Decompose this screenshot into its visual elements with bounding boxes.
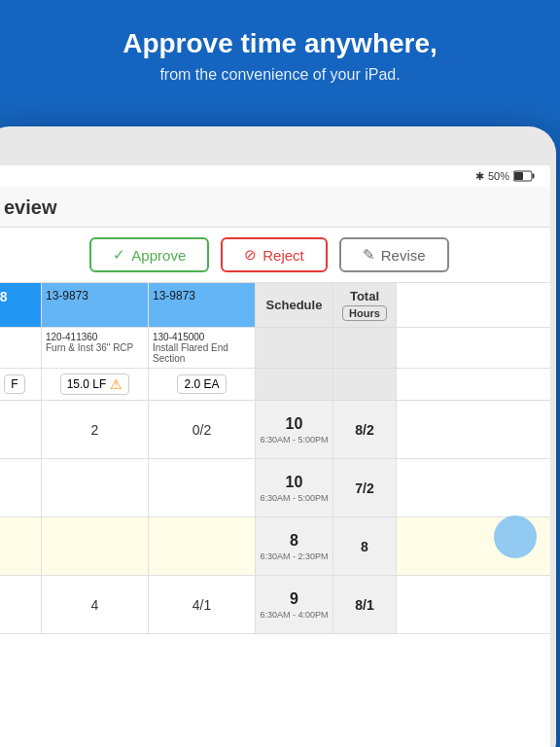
row4-schedule-num: 9: [290, 590, 298, 608]
row1-col2: 2: [42, 401, 149, 458]
revise-label: Revise: [381, 247, 426, 264]
row4-schedule: 9 6:30AM - 4:00PM: [256, 576, 333, 633]
row4-schedule-time: 6:30AM - 4:00PM: [260, 610, 328, 620]
col3-code: 130-415000: [153, 332, 251, 342]
sub-header-schedule: [256, 328, 333, 368]
qty-cell-total: [333, 369, 397, 400]
revise-icon: ✎: [363, 246, 375, 264]
qty-cell-3: 2.0 EA: [149, 369, 256, 400]
fab-button[interactable]: [494, 516, 537, 558]
action-buttons-row: ✓ Approve ⊘ Reject ✎ Revise: [0, 228, 550, 283]
col-header-total: Total Hours: [333, 283, 397, 327]
row4-col2: 4: [42, 576, 149, 633]
col1-id: 88: [0, 289, 8, 304]
app-header: Approve time anywhere, from the convenie…: [0, 0, 560, 103]
col3-id: 13-9873: [153, 289, 195, 302]
row2-schedule: 10 6:30AM - 5:00PM: [256, 459, 333, 516]
approve-button[interactable]: ✓ Approve: [89, 237, 209, 272]
table-row: 10 6:30AM - 5:00PM 7/2: [0, 459, 550, 517]
qty-cell-1: F: [0, 369, 42, 400]
ipad-frame: ✱ 50% eview ✓: [0, 126, 556, 747]
col-header-1: 88: [0, 283, 42, 327]
data-rows-container: 2 0/2 10 6:30AM - 5:00PM 8/2: [0, 401, 550, 634]
approve-label: Approve: [131, 247, 186, 264]
qty-input-2[interactable]: 15.0 LF ⚠: [60, 374, 130, 395]
sub-headers-row: 120-411360 Furn & Inst 36" RCP 130-41500…: [0, 328, 550, 369]
reject-button[interactable]: ⊘ Reject: [221, 237, 328, 272]
warning-icon: ⚠: [110, 376, 122, 392]
col2-id: 13-9873: [46, 289, 88, 302]
col2-code: 120-411360: [46, 332, 144, 342]
table-row: 2 0/2 10 6:30AM - 5:00PM 8/2: [0, 401, 550, 459]
row2-col2: [42, 459, 149, 516]
sub-header-2: 120-411360 Furn & Inst 36" RCP: [42, 328, 149, 368]
row1-col3: 0/2: [149, 401, 256, 458]
svg-rect-2: [514, 172, 523, 180]
row3-total: 8: [333, 517, 397, 575]
row3-schedule: 8 6:30AM - 2:30PM: [256, 517, 333, 575]
row4-col1: [0, 576, 42, 633]
col-header-3: 13-9873: [149, 283, 256, 327]
qty-input-3[interactable]: 2.0 EA: [177, 374, 226, 394]
qty-input-1[interactable]: F: [4, 374, 24, 394]
schedule-label: Schedule: [266, 298, 323, 312]
sub-header-1: [0, 328, 42, 368]
quantity-row: F 15.0 LF ⚠ 2.0 EA: [0, 369, 550, 401]
header-title: Approve time anywhere,: [19, 27, 541, 60]
row1-schedule-time: 6:30AM - 5:00PM: [260, 435, 328, 445]
svg-rect-1: [533, 174, 535, 179]
column-headers: 88 13-9873 13-9873 Schedule Total Hours: [0, 283, 550, 328]
row1-schedule-num: 10: [286, 415, 303, 433]
col3-desc: Install Flared End Section: [153, 342, 251, 364]
reject-label: Reject: [262, 247, 304, 264]
col-header-schedule: Schedule: [256, 283, 333, 327]
table-row: 4 4/1 9 6:30AM - 4:00PM 8/1: [0, 576, 550, 634]
row2-col3: [149, 459, 256, 516]
revise-button[interactable]: ✎ Revise: [339, 237, 449, 272]
table-row: 8 6:30AM - 2:30PM 8: [0, 517, 550, 576]
status-bar: ✱ 50%: [0, 165, 550, 187]
status-icons: ✱ 50%: [475, 170, 535, 183]
reject-icon: ⊘: [244, 246, 257, 264]
page-title: eview: [4, 196, 535, 219]
row3-col1: [0, 517, 42, 575]
bluetooth-icon: ✱: [475, 170, 484, 183]
battery-percent: 50%: [488, 170, 509, 182]
time-table: 88 13-9873 13-9873 Schedule Total Hours: [0, 283, 550, 634]
ipad-screen: ✱ 50% eview ✓: [0, 165, 550, 747]
qty-cell-schedule: [256, 369, 333, 400]
col2-desc: Furn & Inst 36" RCP: [46, 342, 144, 353]
row1-total: 8/2: [333, 401, 397, 458]
approve-icon: ✓: [113, 246, 125, 264]
row1-schedule: 10 6:30AM - 5:00PM: [256, 401, 333, 458]
row3-schedule-time: 6:30AM - 2:30PM: [260, 551, 328, 561]
row3-col2: [42, 517, 149, 575]
battery-icon: [513, 170, 535, 182]
row3-schedule-num: 8: [290, 532, 298, 550]
col-header-2: 13-9873: [42, 283, 149, 327]
sub-header-total: [333, 328, 397, 368]
total-label: Total: [350, 289, 379, 303]
row1-col1: [0, 401, 42, 458]
row2-schedule-num: 10: [286, 474, 303, 491]
row2-col1: [0, 459, 42, 516]
row4-col3: 4/1: [149, 576, 256, 633]
top-bar: eview: [0, 187, 550, 228]
row2-total: 7/2: [333, 459, 397, 516]
qty-cell-2: 15.0 LF ⚠: [42, 369, 149, 400]
hours-badge[interactable]: Hours: [342, 305, 387, 321]
row2-schedule-time: 6:30AM - 5:00PM: [260, 493, 328, 503]
header-subtitle: from the convenience of your iPad.: [19, 66, 541, 84]
row4-total: 8/1: [333, 576, 397, 633]
sub-header-3: 130-415000 Install Flared End Section: [149, 328, 256, 368]
app-content: eview ✓ Approve ⊘ Reject ✎ Revise: [0, 187, 550, 747]
row3-col3: [149, 517, 256, 575]
